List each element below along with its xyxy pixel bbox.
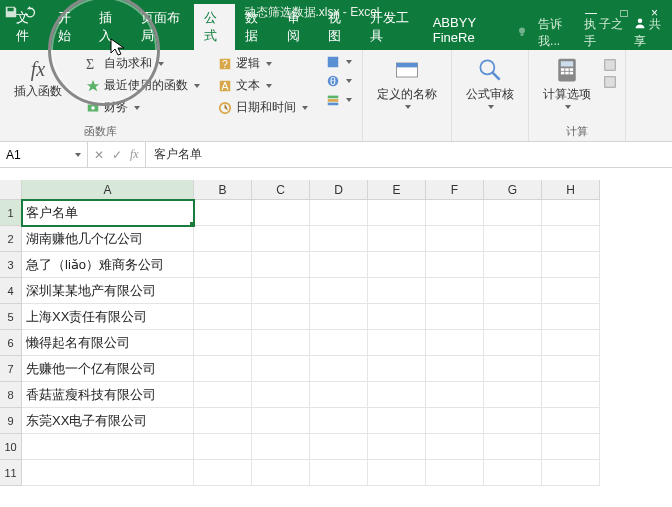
cell[interactable]	[252, 226, 310, 252]
cell[interactable]	[484, 408, 542, 434]
cell[interactable]	[542, 408, 600, 434]
cell[interactable]	[484, 278, 542, 304]
tab-abbyy[interactable]: ABBYY FineRe	[423, 10, 516, 50]
cell[interactable]	[542, 356, 600, 382]
cell[interactable]	[194, 408, 252, 434]
cell[interactable]: 香菇蓝瘦科技有限公司	[22, 382, 194, 408]
cell[interactable]	[542, 252, 600, 278]
cell[interactable]	[426, 304, 484, 330]
enter-icon[interactable]: ✓	[112, 148, 122, 162]
cell[interactable]	[194, 304, 252, 330]
col-header[interactable]: H	[542, 180, 600, 200]
cell[interactable]	[484, 382, 542, 408]
calc-sheet-icon[interactable]	[603, 75, 617, 89]
cell[interactable]	[310, 200, 368, 226]
col-header[interactable]: E	[368, 180, 426, 200]
cell[interactable]: 上海XX责任有限公司	[22, 304, 194, 330]
cell[interactable]	[368, 252, 426, 278]
cell[interactable]	[310, 434, 368, 460]
cell[interactable]	[368, 356, 426, 382]
cell[interactable]	[310, 408, 368, 434]
row-header[interactable]: 8	[0, 382, 22, 408]
col-header[interactable]: C	[252, 180, 310, 200]
cell[interactable]	[368, 408, 426, 434]
col-header[interactable]: G	[484, 180, 542, 200]
cell[interactable]	[542, 304, 600, 330]
col-header[interactable]: F	[426, 180, 484, 200]
cell[interactable]	[368, 278, 426, 304]
cancel-icon[interactable]: ✕	[94, 148, 104, 162]
tab-view[interactable]: 视图	[318, 4, 360, 50]
cell[interactable]	[484, 304, 542, 330]
cell[interactable]	[542, 200, 600, 226]
cell[interactable]	[252, 278, 310, 304]
cell[interactable]	[368, 226, 426, 252]
cell[interactable]	[194, 460, 252, 486]
tab-pagelayout[interactable]: 页面布局	[131, 4, 194, 50]
tab-formulas[interactable]: 公式	[194, 4, 236, 50]
cell[interactable]	[252, 434, 310, 460]
tab-review[interactable]: 审阅	[277, 4, 319, 50]
math-button[interactable]: θ	[324, 73, 354, 89]
cell[interactable]	[22, 460, 194, 486]
undo-icon[interactable]	[24, 5, 38, 19]
save-icon[interactable]	[4, 5, 18, 19]
recent-button[interactable]: 最近使用的函数	[84, 76, 202, 95]
cell[interactable]	[542, 460, 600, 486]
row-header[interactable]: 11	[0, 460, 22, 486]
cell[interactable]	[252, 304, 310, 330]
cell[interactable]	[194, 200, 252, 226]
cell[interactable]	[484, 200, 542, 226]
row-header[interactable]: 9	[0, 408, 22, 434]
cell[interactable]	[484, 330, 542, 356]
tab-developer[interactable]: 开发工具	[360, 4, 423, 50]
text-button[interactable]: A文本	[216, 76, 310, 95]
tab-insert[interactable]: 插入	[89, 4, 131, 50]
cell[interactable]	[252, 408, 310, 434]
row-header[interactable]: 1	[0, 200, 22, 226]
cell[interactable]	[194, 278, 252, 304]
financial-button[interactable]: 财务	[84, 98, 202, 117]
cell[interactable]	[426, 408, 484, 434]
account-name[interactable]: 执 子之手	[584, 16, 624, 50]
cell[interactable]	[542, 330, 600, 356]
cell[interactable]: 湖南赚他几个亿公司	[22, 226, 194, 252]
share-button[interactable]: 共享	[634, 16, 664, 50]
cell[interactable]	[310, 252, 368, 278]
tab-data[interactable]: 数据	[235, 4, 277, 50]
cell[interactable]	[542, 434, 600, 460]
cell[interactable]	[252, 330, 310, 356]
row-header[interactable]: 5	[0, 304, 22, 330]
cell[interactable]	[368, 200, 426, 226]
cell[interactable]	[368, 382, 426, 408]
formula-audit-button[interactable]: 公式审核	[460, 54, 520, 111]
cell[interactable]	[368, 304, 426, 330]
cell[interactable]	[252, 200, 310, 226]
defined-names-button[interactable]: 定义的名称	[371, 54, 443, 111]
cell[interactable]	[194, 252, 252, 278]
fill-handle[interactable]	[190, 222, 194, 226]
cell[interactable]	[484, 460, 542, 486]
cell[interactable]	[22, 434, 194, 460]
cell[interactable]	[426, 460, 484, 486]
cell[interactable]	[426, 434, 484, 460]
autosum-button[interactable]: Σ自动求和	[84, 54, 202, 73]
cell[interactable]: 深圳某某地产有限公司	[22, 278, 194, 304]
cell[interactable]	[542, 226, 600, 252]
cell[interactable]	[368, 330, 426, 356]
calc-options-button[interactable]: 计算选项	[537, 54, 597, 111]
row-header[interactable]: 7	[0, 356, 22, 382]
insert-function-button[interactable]: fx 插入函数	[8, 54, 68, 104]
cell[interactable]	[194, 434, 252, 460]
row-header[interactable]: 3	[0, 252, 22, 278]
cell[interactable]	[252, 356, 310, 382]
col-header[interactable]: B	[194, 180, 252, 200]
name-box[interactable]: A1	[0, 142, 88, 167]
cell[interactable]	[368, 434, 426, 460]
lookup-button[interactable]	[324, 54, 354, 70]
cell[interactable]: 东莞XX电子有限公司	[22, 408, 194, 434]
calc-now-icon[interactable]	[603, 58, 617, 72]
cell[interactable]	[426, 278, 484, 304]
cell[interactable]	[484, 356, 542, 382]
cell[interactable]: 懒得起名有限公司	[22, 330, 194, 356]
